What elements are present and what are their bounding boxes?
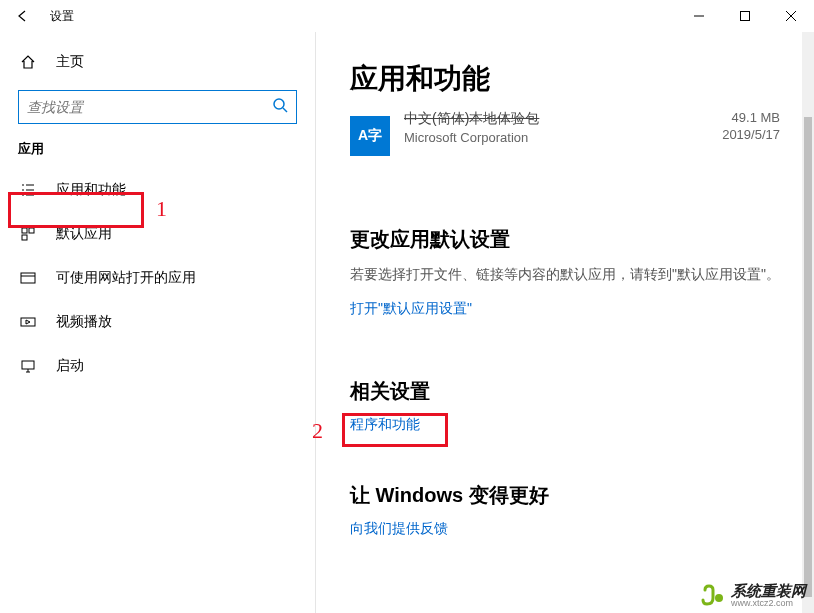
nav-video-playback[interactable]: 视频播放: [0, 300, 315, 344]
nav-startup[interactable]: 启动: [0, 344, 315, 388]
search-box[interactable]: [18, 90, 297, 124]
nav-apps-features[interactable]: 应用和功能: [0, 168, 315, 212]
home-nav[interactable]: 主页: [0, 44, 315, 80]
sidebar: 主页 应用 应用和功能 默认应用: [0, 32, 316, 613]
svg-rect-1: [741, 12, 750, 21]
home-icon: [18, 54, 38, 70]
list-icon: [18, 182, 38, 198]
maximize-button[interactable]: [722, 0, 768, 32]
startup-icon: [18, 358, 38, 374]
feedback-section: 让 Windows 变得更好 向我们提供反馈: [350, 482, 780, 538]
related-title: 相关设置: [350, 378, 780, 405]
defaults-desc: 若要选择打开文件、链接等内容的默认应用，请转到"默认应用设置"。: [350, 263, 780, 285]
app-size: 49.1 MB: [722, 110, 780, 125]
watermark-title: 系统重装网: [731, 583, 806, 600]
nav-label: 默认应用: [56, 225, 112, 243]
app-name: 中文(简体)本地体验包: [404, 110, 722, 128]
app-entry[interactable]: A字 中文(简体)本地体验包 Microsoft Corporation 49.…: [350, 112, 780, 166]
defaults-icon: [18, 226, 38, 242]
nav-website-apps[interactable]: 可使用网站打开的应用: [0, 256, 315, 300]
app-icon: A字: [350, 116, 390, 156]
minimize-icon: [694, 11, 704, 21]
defaults-section: 更改应用默认设置 若要选择打开文件、链接等内容的默认应用，请转到"默认应用设置"…: [350, 226, 780, 318]
close-button[interactable]: [768, 0, 814, 32]
svg-rect-13: [29, 228, 34, 233]
related-section: 相关设置 程序和功能: [350, 378, 780, 434]
scrollbar[interactable]: [802, 32, 814, 613]
app-date: 2019/5/17: [722, 127, 780, 142]
svg-rect-12: [22, 228, 27, 233]
svg-line-5: [283, 108, 287, 112]
main-panel: 应用和功能 A字 中文(简体)本地体验包 Microsoft Corporati…: [316, 32, 814, 613]
nav-label: 应用和功能: [56, 181, 126, 199]
nav-label: 视频播放: [56, 313, 112, 331]
window-title: 设置: [50, 8, 74, 25]
svg-rect-15: [21, 273, 35, 283]
window-controls: [676, 0, 814, 32]
close-icon: [786, 11, 796, 21]
svg-rect-14: [22, 235, 27, 240]
watermark: 系统重装网 www.xtcz2.com: [701, 583, 806, 609]
defaults-title: 更改应用默认设置: [350, 226, 780, 253]
app-info: 中文(简体)本地体验包 Microsoft Corporation: [404, 110, 722, 145]
home-label: 主页: [56, 53, 84, 71]
svg-rect-18: [22, 361, 34, 369]
nav-label: 启动: [56, 357, 84, 375]
maximize-icon: [740, 11, 750, 21]
nav-label: 可使用网站打开的应用: [56, 269, 196, 287]
section-label: 应用: [0, 140, 315, 158]
search-input[interactable]: [27, 99, 272, 115]
app-publisher: Microsoft Corporation: [404, 130, 722, 145]
page-title: 应用和功能: [350, 60, 780, 98]
svg-point-21: [715, 594, 723, 602]
website-icon: [18, 270, 38, 286]
programs-features-link[interactable]: 程序和功能: [350, 416, 420, 434]
feedback-title: 让 Windows 变得更好: [350, 482, 780, 509]
minimize-button[interactable]: [676, 0, 722, 32]
svg-point-4: [274, 99, 284, 109]
search-icon: [272, 97, 288, 117]
svg-rect-17: [21, 318, 35, 326]
titlebar: 设置: [0, 0, 814, 32]
open-defaults-link[interactable]: 打开"默认应用设置": [350, 300, 472, 318]
watermark-url: www.xtcz2.com: [731, 599, 806, 609]
arrow-left-icon: [15, 9, 29, 23]
app-meta: 49.1 MB 2019/5/17: [722, 110, 780, 142]
nav-default-apps[interactable]: 默认应用: [0, 212, 315, 256]
watermark-icon: [701, 584, 725, 608]
content-area: 主页 应用 应用和功能 默认应用: [0, 32, 814, 613]
back-button[interactable]: [12, 6, 32, 26]
feedback-link[interactable]: 向我们提供反馈: [350, 520, 448, 538]
video-icon: [18, 314, 38, 330]
scrollbar-thumb[interactable]: [804, 117, 812, 597]
